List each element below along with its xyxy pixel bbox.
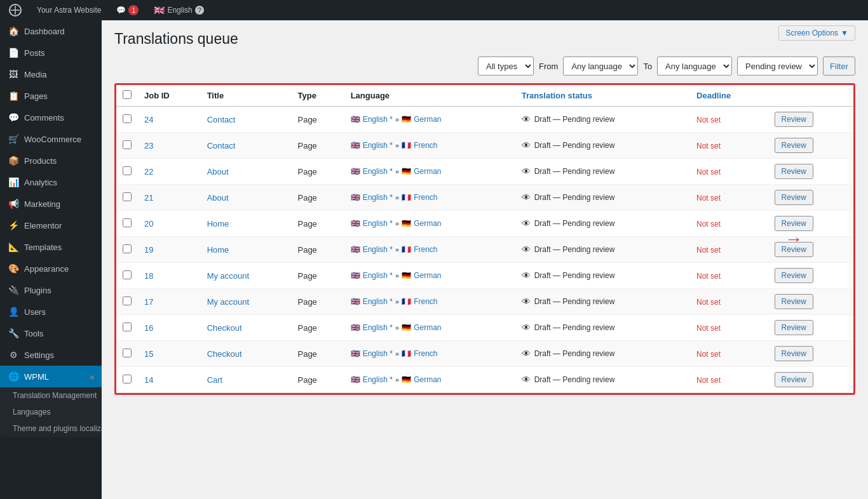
row-checkbox-16[interactable] xyxy=(123,323,132,331)
row-checkbox-19[interactable] xyxy=(123,244,132,253)
col-translation-status[interactable]: Translation status xyxy=(515,85,690,107)
review-button-19[interactable]: Review xyxy=(775,242,813,257)
title-link-17[interactable]: My account xyxy=(207,297,249,307)
review-button-14[interactable]: Review xyxy=(775,372,813,387)
title-link-14[interactable]: Cart xyxy=(207,375,223,385)
cell-deadline: Not set xyxy=(690,289,768,315)
sidebar-item-analytics[interactable]: 📊 Analytics xyxy=(0,171,102,193)
sidebar-sub-theme-plugins[interactable]: Theme and plugins localization xyxy=(0,420,102,437)
sidebar-item-appearance[interactable]: 🎨 Appearance xyxy=(0,258,102,279)
review-button-23[interactable]: Review xyxy=(775,138,813,153)
title-link-22[interactable]: About xyxy=(207,167,229,176)
flag-to-22: 🇩🇪 xyxy=(402,167,411,176)
review-button-15[interactable]: Review xyxy=(775,346,813,361)
cell-type: Page xyxy=(291,211,344,237)
sidebar-sub-translation-management[interactable]: Translation Management xyxy=(0,387,102,404)
sidebar-item-media[interactable]: 🖼 Media xyxy=(0,63,102,85)
lang-to-14: German xyxy=(414,375,441,384)
row-checkbox-20[interactable] xyxy=(123,218,132,227)
title-link-15[interactable]: Checkout xyxy=(207,349,242,359)
job-id-link-15[interactable]: 15 xyxy=(144,349,153,359)
review-button-21[interactable]: Review xyxy=(775,190,813,205)
review-button-18[interactable]: Review xyxy=(775,268,813,283)
title-link-24[interactable]: Contact xyxy=(207,115,236,124)
job-id-link-24[interactable]: 24 xyxy=(144,115,153,124)
job-id-link-17[interactable]: 17 xyxy=(144,297,153,307)
col-deadline[interactable]: Deadline xyxy=(690,85,768,107)
screen-options-button[interactable]: Screen Options ▼ xyxy=(778,25,855,41)
status-text-22: Draft — Pending review xyxy=(534,167,615,176)
status-select[interactable]: Pending review xyxy=(737,57,818,76)
row-checkbox-18[interactable] xyxy=(123,270,132,279)
title-link-23[interactable]: Contact xyxy=(207,141,236,150)
cell-deadline: Not set xyxy=(690,237,768,263)
status-text-17: Draft — Pending review xyxy=(534,297,615,306)
job-id-link-23[interactable]: 23 xyxy=(144,141,153,150)
wp-logo[interactable] xyxy=(5,0,25,20)
sidebar-item-plugins[interactable]: 🔌 Plugins xyxy=(0,279,102,301)
eye-icon-22: 👁 xyxy=(522,166,531,176)
title-link-18[interactable]: My account xyxy=(207,271,249,281)
sidebar-item-users[interactable]: 👤 Users xyxy=(0,301,102,323)
job-id-link-14[interactable]: 14 xyxy=(144,375,153,385)
sidebar-item-templates[interactable]: 📐 Templates xyxy=(0,236,102,258)
lang-arrow-21: » xyxy=(395,194,399,201)
language-selector[interactable]: 🇬🇧 English ? xyxy=(150,0,207,20)
sidebar-item-woocommerce[interactable]: 🛒 WooCommerce xyxy=(0,128,102,150)
job-id-link-21[interactable]: 21 xyxy=(144,193,153,203)
row-checkbox-23[interactable] xyxy=(123,140,132,149)
sidebar-item-marketing[interactable]: 📢 Marketing xyxy=(0,193,102,215)
eye-icon-23: 👁 xyxy=(522,140,531,150)
title-link-16[interactable]: Checkout xyxy=(207,323,242,333)
cell-review: Review xyxy=(768,185,853,211)
from-language-select[interactable]: Any language xyxy=(563,57,638,76)
sidebar-item-wpml[interactable]: 🌐 WPML ◀ xyxy=(0,366,102,387)
table-row: 22 About Page 🇬🇧 English * » 🇩🇪 German 👁… xyxy=(116,159,853,185)
cell-job-id: 20 xyxy=(138,211,201,237)
notifications[interactable]: 💬 1 xyxy=(112,0,142,20)
row-checkbox-24[interactable] xyxy=(123,114,132,123)
review-button-24[interactable]: Review xyxy=(775,112,813,127)
row-checkbox-22[interactable] xyxy=(123,166,132,175)
languages-label: Languages xyxy=(13,408,50,416)
review-button-17[interactable]: Review xyxy=(775,294,813,309)
sidebar-item-settings[interactable]: ⚙ Settings xyxy=(0,344,102,366)
review-button-16[interactable]: Review xyxy=(775,320,813,335)
row-checkbox-15[interactable] xyxy=(123,349,132,357)
title-link-19[interactable]: Home xyxy=(207,245,229,255)
site-name[interactable]: Your Astra Website xyxy=(33,0,105,20)
sidebar-item-dashboard[interactable]: 🏠 Dashboard xyxy=(0,20,102,42)
title-link-20[interactable]: Home xyxy=(207,219,229,229)
col-type: Type xyxy=(291,85,344,107)
cell-job-id: 14 xyxy=(138,367,201,393)
sidebar-item-products[interactable]: 📦 Products xyxy=(0,150,102,171)
sidebar-item-elementor[interactable]: ⚡ Elementor xyxy=(0,215,102,236)
job-id-link-16[interactable]: 16 xyxy=(144,323,153,333)
lang-arrow-23: » xyxy=(395,142,399,149)
review-button-22[interactable]: Review xyxy=(775,164,813,179)
sidebar-item-pages[interactable]: 📋 Pages xyxy=(0,85,102,107)
users-icon: 👤 xyxy=(8,306,19,317)
job-id-link-18[interactable]: 18 xyxy=(144,271,153,281)
job-id-link-22[interactable]: 22 xyxy=(144,167,153,176)
review-button-20[interactable]: Review xyxy=(775,216,813,231)
to-language-select[interactable]: Any language xyxy=(657,57,732,76)
job-id-link-19[interactable]: 19 xyxy=(144,245,153,255)
job-id-link-20[interactable]: 20 xyxy=(144,219,153,229)
col-actions xyxy=(768,85,853,107)
sidebar-item-posts[interactable]: 📄 Posts xyxy=(0,42,102,63)
select-all-checkbox[interactable] xyxy=(123,90,132,99)
title-link-21[interactable]: About xyxy=(207,193,229,203)
sidebar-sub-languages[interactable]: Languages xyxy=(0,404,102,420)
wpml-submenu: Translation Management Languages Theme a… xyxy=(0,387,102,437)
row-checkbox-21[interactable] xyxy=(123,192,132,201)
cell-review: Review xyxy=(768,315,853,341)
filter-button[interactable]: Filter xyxy=(823,57,855,76)
all-types-select[interactable]: All types xyxy=(478,57,534,76)
tools-icon: 🔧 xyxy=(8,328,19,339)
sidebar-item-comments[interactable]: 💬 Comments xyxy=(0,107,102,128)
sidebar-item-tools[interactable]: 🔧 Tools xyxy=(0,323,102,344)
row-checkbox-17[interactable] xyxy=(123,296,132,305)
row-checkbox-14[interactable] xyxy=(123,375,132,383)
cell-deadline: Not set xyxy=(690,133,768,159)
